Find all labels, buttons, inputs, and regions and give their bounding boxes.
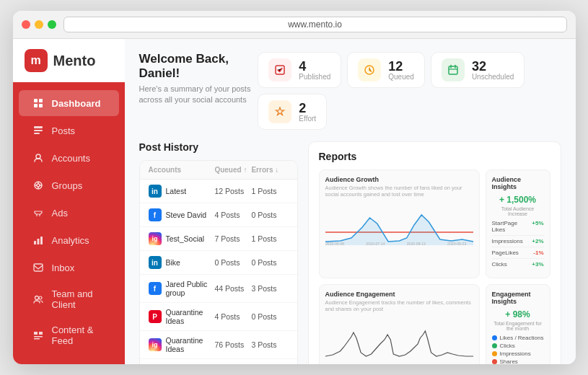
sidebar-item-analytics[interactable]: Analytics [19, 227, 119, 253]
audience-insights-title: Audience Insights [492, 176, 544, 190]
errors-cell: 0 Posts [251, 312, 288, 321]
insight-value: +2% [532, 238, 543, 244]
svg-rect-22 [34, 332, 38, 335]
engagement-big-label: Total Engagement for the month [492, 321, 544, 331]
sidebar-item-dashboard[interactable]: Dashboard [19, 90, 119, 116]
table-row[interactable]: in Latest 12 Posts 1 Posts [140, 180, 297, 203]
svg-point-21 [39, 296, 42, 299]
legend-item: Shares [492, 358, 544, 364]
sidebar-item-posts[interactable]: Posts [19, 118, 119, 144]
sidebar-item-label: Groups [52, 180, 83, 191]
queued-cell: 4 Posts [214, 211, 251, 219]
table-row[interactable]: f Jared Public group 44 Posts 3 Posts [140, 275, 297, 303]
svg-rect-6 [34, 133, 40, 134]
legend-label: Clicks [500, 343, 515, 349]
queued-cell: 0 Posts [214, 258, 251, 267]
app-body: m Mento Dashboard Posts Accounts [13, 39, 576, 364]
audience-growth-subtitle: Audience Growth shows the number of fans… [325, 185, 473, 198]
logo-text: Mento [53, 53, 96, 69]
sidebar-item-label: Accounts [52, 153, 90, 164]
account-cell: ig Test_Social [149, 232, 215, 245]
insight-item: PageLikes -1% [492, 250, 544, 259]
errors-cell: 0 Posts [251, 211, 288, 219]
welcome-section: Welcome Back, Daniel! Here's a summary o… [139, 52, 258, 106]
table-row[interactable]: ig Quarantine Ideas 76 Posts 3 Posts [140, 331, 297, 359]
stat-queued-info: 12 Queued [388, 60, 414, 81]
queued-cell: 12 Posts [214, 187, 251, 195]
logo-icon: m [25, 49, 48, 72]
engagement-insights-block: Engagement Insights + 98% Total Engageme… [486, 284, 550, 364]
sidebar: m Mento Dashboard Posts Accounts [13, 39, 125, 364]
queued-cell: 44 Posts [214, 284, 251, 293]
insight-value: +5% [532, 220, 543, 233]
audience-engagement-title: Audience Engagement [325, 291, 473, 298]
two-col-layout: Post History Accounts Queued ↑ Errors ↓ … [139, 141, 561, 364]
sidebar-item-team-client[interactable]: Team and Client [19, 282, 119, 317]
stat-unscheduled-num: 32 [472, 60, 514, 73]
reports-card: Reports Audience Growth Audience Growth … [308, 141, 561, 364]
insight-item: Impressions +2% [492, 238, 544, 247]
svg-point-20 [35, 296, 38, 300]
insight-label: Clicks [492, 261, 507, 268]
grid-icon [32, 97, 45, 110]
sidebar-item-label: Ads [52, 208, 68, 219]
svg-point-7 [36, 154, 40, 159]
svg-rect-19 [34, 264, 43, 271]
sidebar-item-label: Team and Client [52, 288, 106, 310]
stat-effort-num: 2 [299, 102, 316, 115]
table-row[interactable]: f Steve David 4 Posts 0 Posts [140, 203, 297, 227]
traffic-lights [22, 20, 56, 29]
errors-cell: 1 Posts [251, 234, 288, 243]
stat-unscheduled-label: Unscheduled [472, 73, 514, 81]
close-button[interactable] [22, 20, 30, 29]
post-history-section: Post History Accounts Queued ↑ Errors ↓ … [139, 141, 298, 364]
stat-published: 4 Published [258, 52, 341, 88]
stats-row: 4 Published 12 Queued [258, 52, 561, 130]
minimize-button[interactable] [35, 20, 43, 29]
th-errors: Errors ↓ [251, 166, 288, 174]
legend-label: Impressions [500, 350, 531, 357]
url-bar[interactable]: www.mento.io [63, 17, 567, 32]
sidebar-item-label: Inbox [52, 262, 75, 273]
svg-text:2020-08-13: 2020-08-13 [406, 242, 425, 246]
instagram-icon: ig [149, 338, 162, 351]
inbox-icon [32, 261, 45, 274]
sidebar-item-label: Posts [52, 125, 76, 136]
sidebar-logo: m Mento [13, 39, 125, 82]
legend-dot [492, 351, 497, 356]
sidebar-item-label: Dashboard [52, 98, 101, 109]
sidebar-item-inbox[interactable]: Inbox [19, 255, 119, 281]
insight-label: StartPage Likes [492, 220, 532, 233]
table-row[interactable]: P Quarantine Ideas 4 Posts 0 Posts [140, 303, 297, 331]
svg-rect-4 [34, 126, 43, 128]
stat-published-label: Published [299, 73, 330, 81]
linkedin-icon: in [149, 256, 162, 269]
legend-label: Shares [500, 358, 518, 364]
account-cell: in Latest [149, 185, 215, 198]
published-icon [268, 58, 291, 81]
account-name: Steve David [166, 211, 207, 219]
insight-label: Impressions [492, 238, 523, 244]
table-header: Accounts Queued ↑ Errors ↓ [140, 161, 297, 180]
svg-text:2020-09-23: 2020-09-23 [447, 242, 466, 246]
table-row[interactable]: in Steve Updates 2 Posts 0 Posts [140, 359, 297, 364]
content-icon [32, 329, 45, 342]
sidebar-item-ads[interactable]: Ads [19, 200, 119, 226]
table-row[interactable]: in Bike 0 Posts 0 Posts [140, 251, 297, 275]
svg-text:2020-07-14: 2020-07-14 [366, 242, 385, 246]
browser-window: www.mento.io m Mento Dashboard Posts [13, 11, 576, 364]
legend-dot [492, 343, 497, 348]
sidebar-item-content-feed[interactable]: Content & Feed [19, 318, 119, 353]
svg-rect-16 [34, 241, 36, 244]
account-cell: f Steve David [149, 208, 215, 221]
legend-dot [492, 359, 497, 364]
audience-growth-area: 2020-06-08 2020-07-14 2020-08-13 2020-09… [325, 202, 473, 245]
svg-rect-0 [34, 99, 38, 102]
maximize-button[interactable] [48, 20, 56, 29]
table-row[interactable]: ig Test_Social 7 Posts 1 Posts [140, 227, 297, 251]
insight-item: StartPage Likes +5% [492, 220, 544, 236]
sidebar-item-accounts[interactable]: Accounts [19, 145, 119, 171]
account-name: Quarantine Ideas [166, 336, 215, 353]
sidebar-item-groups[interactable]: Groups [19, 172, 119, 198]
stat-effort-label: Effort [299, 115, 316, 123]
